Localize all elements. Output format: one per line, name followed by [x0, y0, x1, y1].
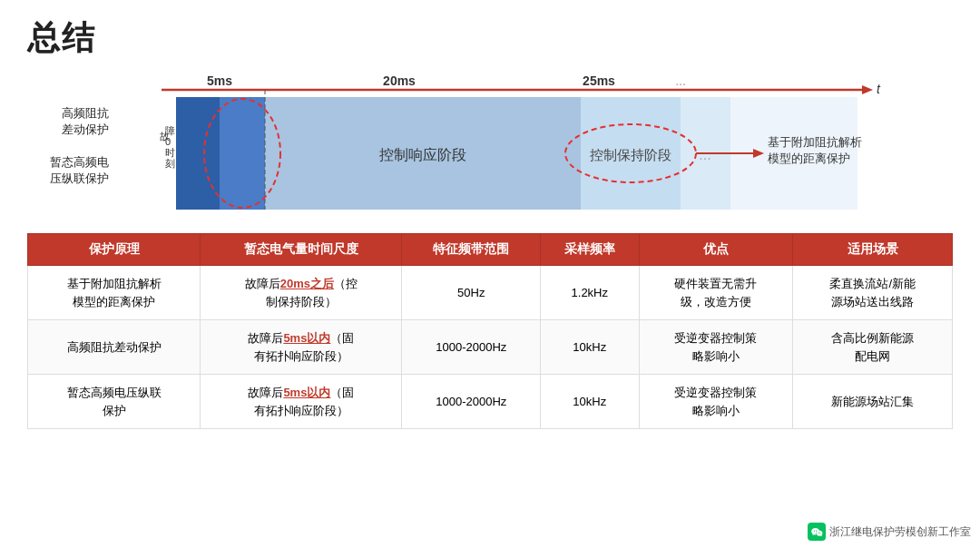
svg-text:障: 障 [165, 125, 175, 136]
svg-rect-18 [581, 97, 681, 210]
cell-sample-1: 1.2kHz [541, 266, 640, 320]
col-advantage: 优点 [639, 234, 793, 266]
footer-watermark: 浙江继电保护劳模创新工作室 [808, 523, 971, 541]
svg-point-23 [204, 99, 280, 208]
cell-principle-3: 暂态高频电压纵联保护 [28, 375, 201, 429]
col-time-scale: 暂态电气量时间尺度 [201, 234, 402, 266]
cell-principle-2: 高频阻抗差动保护 [28, 320, 201, 375]
cell-time-3: 故障后5ms以内（固有拓扑响应阶段） [201, 375, 402, 429]
cell-freq-3: 1000-2000Hz [402, 375, 541, 429]
cell-sample-3: 10kHz [541, 375, 640, 429]
timeline-area: 5ms 20ms 25ms ... t 故 障 0 时 刻 波过程阶段 [118, 73, 953, 219]
cell-time-2: 故障后5ms以内（固有拓扑响应阶段） [201, 320, 402, 375]
svg-rect-16 [265, 97, 581, 210]
table-header-row: 保护原理 暂态电气量时间尺度 特征频带范围 采样频率 优点 适用场景 [28, 234, 953, 266]
table-section: 保护原理 暂态电气量时间尺度 特征频带范围 采样频率 优点 适用场景 基于附加阻… [27, 233, 953, 429]
cell-sample-2: 10kHz [541, 320, 640, 375]
table-row: 暂态高频电压纵联保护 故障后5ms以内（固有拓扑响应阶段） 1000-2000H… [28, 375, 953, 429]
cell-scene-3: 新能源场站汇集 [793, 375, 953, 429]
col-sample-rate: 采样频率 [541, 234, 640, 266]
table-row: 基于附加阻抗解析模型的距离保护 故障后20ms之后（控制保持阶段） 50Hz 1… [28, 266, 953, 320]
page-title: 总结 [27, 16, 953, 61]
timeline-section: 高频阻抗差动保护 暂态高频电压纵联保护 5ms 20ms 25ms ... t [27, 73, 953, 219]
cell-principle-1: 基于附加阻抗解析模型的距离保护 [28, 266, 201, 320]
svg-marker-1 [862, 85, 873, 94]
left-labels: 高频阻抗差动保护 暂态高频电压纵联保护 [27, 73, 109, 219]
cell-freq-1: 50Hz [402, 266, 541, 320]
summary-table: 保护原理 暂态电气量时间尺度 特征频带范围 采样频率 优点 适用场景 基于附加阻… [27, 233, 953, 429]
cell-scene-2: 含高比例新能源配电网 [793, 320, 953, 375]
svg-text:时: 时 [165, 147, 175, 158]
cell-adv-1: 硬件装置无需升级，改造方便 [639, 266, 793, 320]
svg-point-24 [565, 124, 696, 182]
label-high-freq: 高频阻抗差动保护 [27, 105, 109, 138]
cell-scene-1: 柔直换流站/新能源场站送出线路 [793, 266, 953, 320]
col-principle: 保护原理 [28, 234, 201, 266]
svg-text:控制保持阶段: 控制保持阶段 [590, 147, 671, 162]
svg-text:波过程阶段: 波过程阶段 [230, 129, 241, 179]
svg-text:固有拓扑响应: 固有拓扑响应 [270, 126, 279, 181]
col-scenario: 适用场景 [793, 234, 953, 266]
svg-text:故: 故 [161, 132, 171, 142]
svg-text:5ms: 5ms [207, 73, 232, 88]
svg-marker-26 [753, 149, 764, 158]
table-row: 高频阻抗差动保护 故障后5ms以内（固有拓扑响应阶段） 1000-2000Hz … [28, 320, 953, 375]
svg-text:...: ... [699, 147, 710, 162]
svg-rect-14 [220, 97, 265, 210]
svg-rect-12 [176, 97, 220, 210]
cell-time-1: 故障后20ms之后（控制保持阶段） [201, 266, 402, 320]
cell-adv-2: 受逆变器控制策略影响小 [639, 320, 793, 375]
svg-text:基于附加阻抗解析: 基于附加阻抗解析 [768, 135, 862, 149]
page-container: 总结 高频阻抗差动保护 暂态高频电压纵联保护 5ms 20ms 25ms ... [0, 0, 980, 548]
svg-text:25ms: 25ms [583, 73, 615, 88]
svg-text:0: 0 [165, 136, 171, 147]
svg-text:模型的距离保护: 模型的距离保护 [768, 152, 850, 165]
timeline-svg: 5ms 20ms 25ms ... t 故 障 0 时 刻 波过程阶段 [118, 73, 898, 219]
svg-text:控制响应阶段: 控制响应阶段 [379, 147, 466, 162]
cell-freq-2: 1000-2000Hz [402, 320, 541, 375]
svg-text:刻: 刻 [165, 158, 175, 169]
cell-adv-3: 受逆变器控制策略影响小 [639, 375, 793, 429]
svg-text:t: t [877, 82, 881, 96]
watermark-text: 浙江继电保护劳模创新工作室 [829, 524, 971, 540]
svg-rect-20 [681, 97, 730, 210]
svg-text:...: ... [675, 73, 686, 88]
svg-rect-22 [730, 97, 858, 210]
svg-text:20ms: 20ms [383, 73, 416, 88]
col-freq-range: 特征频带范围 [402, 234, 541, 266]
wechat-icon [808, 523, 826, 541]
label-transient: 暂态高频电压纵联保护 [27, 154, 109, 187]
